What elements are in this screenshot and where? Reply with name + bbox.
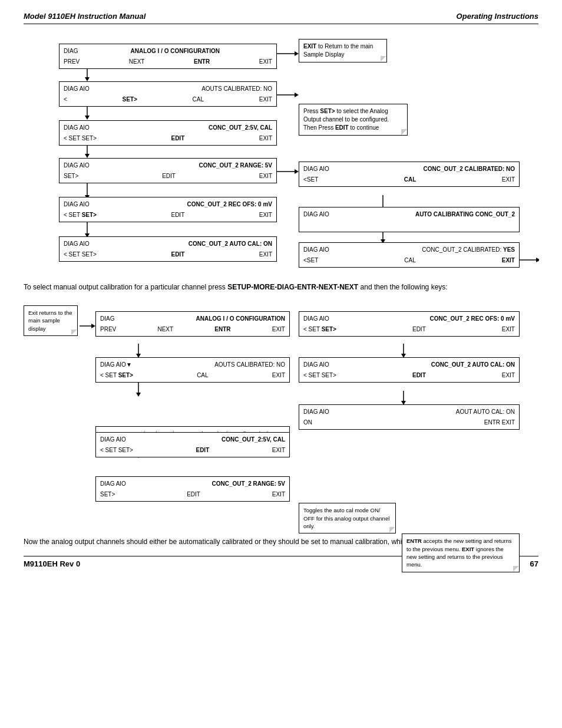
svg-marker-9: [85, 154, 90, 158]
callout-c2: Press SET> to select the Analog Output c…: [299, 104, 408, 136]
s7-diagaio: DIAG AIO: [303, 164, 329, 173]
b7-title: AOUT AUTO CAL: ON: [456, 407, 515, 416]
b2-set: < SET SET>: [100, 371, 133, 380]
s6-diagaio: DIAG AIO: [64, 239, 90, 248]
s1-prev: PREV: [64, 57, 80, 66]
s1-diag: DIAG: [64, 47, 78, 55]
svg-marker-15: [295, 169, 299, 174]
svg-marker-7: [295, 93, 299, 97]
b7-entr-exit: ENTR EXIT: [484, 418, 515, 427]
screen-b2: DIAG AIO▼ AOUTS CALIBRATED: NO < SET SET…: [95, 357, 290, 383]
s5-title: CONC_OUT_2 REC OFS: 0 mV: [187, 200, 272, 209]
s5-edit: EDIT: [171, 210, 184, 219]
s6-setset: < SET SET>: [64, 250, 97, 259]
screen-s6: DIAG AIO CONC_OUT_2 AUTO CAL: ON < SET S…: [59, 236, 277, 262]
s9-diagaio: DIAG AIO: [303, 245, 329, 254]
b6-set: < SET SET>: [303, 371, 336, 380]
callout-bc1: Exit returns to the main sample display: [24, 305, 78, 336]
screen-s4: DIAG AIO CONC_OUT_2 RANGE: 5V SET> EDIT …: [59, 158, 277, 183]
s4-title: CONC_OUT_2 RANGE: 5V: [199, 161, 272, 170]
s6-title: CONC_OUT_2 AUTO CAL: ON: [189, 239, 272, 248]
b3-edit: EDIT: [196, 446, 209, 454]
top-diagram: DIAG ANALOG I / O CONFIGURATION PREV NEX…: [24, 33, 539, 275]
screen-s2: DIAG AIO AOUTS CALIBRATED: NO < SET> CAL…: [59, 81, 277, 107]
screen-s8: DIAG AIO AUTO CALIBRATING CONC_OUT_2: [299, 207, 520, 232]
s4-exit: EXIT: [259, 172, 272, 180]
s7-title: CONC_OUT_2 CALIBRATED: NO: [424, 164, 515, 173]
s8-diagaio: DIAG AIO: [303, 210, 329, 219]
s6-edit: EDIT: [171, 250, 184, 259]
c1-text: EXIT to Return to the main Sample Displa…: [303, 43, 373, 58]
b3-title: CONC_OUT_2:5V, CAL: [222, 435, 285, 444]
para1: To select manual output calibration for …: [24, 282, 538, 292]
s1-exit: EXIT: [259, 57, 272, 66]
screen-s1: DIAG ANALOG I / O CONFIGURATION PREV NEX…: [59, 44, 277, 69]
b1-entr: ENTR: [214, 325, 230, 334]
b4-exit: EXIT: [272, 490, 285, 499]
b4-set: SET>: [100, 490, 115, 499]
screen-b4: DIAG AIO CONC_OUT_2 RANGE: 5V SET> EDIT …: [95, 476, 290, 502]
c2-text: Press SET> to select the Analog Output c…: [303, 108, 389, 131]
screen-s5: DIAG AIO CONC_OUT_2 REC OFS: 0 mV < SET …: [59, 197, 277, 222]
page: Model 9110EH Instruction Manual Operatin…: [0, 0, 562, 728]
b6-exit: EXIT: [502, 371, 515, 380]
footer-model: M9110EH Rev 0: [24, 559, 80, 568]
screen-b1: DIAG ANALOG I / O CONFIGURATION PREV NEX…: [95, 311, 290, 337]
callout-c1: EXIT to Return to the main Sample Displa…: [299, 39, 387, 62]
s1-entr: ENTR: [194, 57, 210, 66]
b2-diagaio: DIAG AIO▼: [100, 360, 132, 369]
b2-cal: CAL: [197, 371, 208, 380]
s9-cal: CAL: [404, 256, 415, 265]
b5-edit: EDIT: [412, 325, 426, 334]
s9-title: CONC_OUT_2 CALIBRATED: YES: [422, 245, 515, 254]
screen-b7: DIAG AIO AOUT AUTO CAL: ON ON ENTR EXIT: [299, 404, 520, 430]
b3-diagaio: DIAG AIO: [100, 435, 126, 444]
page-header: Model 9110EH Instruction Manual Operatin…: [24, 12, 538, 24]
s2-diagaio: DIAG AIO: [64, 84, 90, 93]
b4-diagaio: DIAG AIO: [100, 479, 126, 488]
b6-edit: EDIT: [412, 371, 426, 380]
screen-b5: DIAG AIO CONC_OUT_2 REC OFS: 0 mV < SET …: [299, 311, 520, 337]
b4-edit: EDIT: [187, 490, 200, 499]
header-title-right: Operating Instructions: [457, 12, 538, 21]
b4-title: CONC_OUT_2 RANGE: 5V: [212, 479, 285, 488]
s2-exit: EXIT: [259, 95, 272, 104]
s7-cal: CAL: [404, 175, 416, 184]
svg-marker-1: [85, 77, 90, 81]
s5-setset: < SET SET>: [64, 210, 97, 219]
s7-set: <SET: [303, 175, 318, 184]
s1-next: NEXT: [129, 57, 145, 66]
b5-title: CONC_OUT_2 REC OFS: 0 mV: [430, 314, 515, 323]
s6-exit: EXIT: [259, 250, 272, 259]
s9-set: <SET: [303, 256, 318, 265]
header-title-left: Model 9110EH Instruction Manual: [24, 12, 146, 21]
b7-diagaio: DIAG AIO: [303, 407, 329, 416]
b1-prev: PREV: [100, 325, 116, 334]
s4-edit: EDIT: [162, 172, 176, 180]
b2-exit: EXIT: [272, 371, 285, 380]
svg-marker-3: [295, 51, 299, 56]
b1-diag: DIAG: [100, 314, 114, 323]
svg-marker-27: [136, 393, 141, 397]
callout-bc4: ENTR accepts the new setting and returns…: [402, 533, 520, 572]
b2-aouts: AOUTS CALIBRATED: NO: [214, 360, 285, 369]
b7-on: ON: [303, 418, 312, 427]
s1-title: ANALOG I / O CONFIGURATION: [130, 47, 219, 55]
screen-b3: DIAG AIO CONC_OUT_2:5V, CAL < SET SET> E…: [95, 432, 290, 457]
s2-lt: <: [64, 95, 67, 104]
footer-page: 67: [530, 559, 538, 568]
s3-exit: EXIT: [259, 134, 272, 143]
svg-marker-23: [91, 324, 95, 328]
s2-cal: CAL: [193, 95, 204, 104]
b5-diagaio: DIAG AIO: [303, 314, 329, 323]
bc4-text: ENTR accepts the new setting and returns…: [406, 538, 512, 568]
bottom-diagram: Exit returns to the main sample display …: [24, 299, 539, 529]
b6-title: CONC_OUT_2 AUTO CAL: ON: [431, 360, 515, 369]
s3-edit: EDIT: [171, 134, 184, 143]
s4-set: SET>: [64, 172, 78, 180]
b3-exit: EXIT: [272, 446, 285, 454]
svg-marker-21: [536, 258, 539, 262]
s8-title: AUTO CALIBRATING CONC_OUT_2: [415, 210, 515, 219]
b3-set: < SET SET>: [100, 446, 133, 454]
s2-aouts: AOUTS CALIBRATED: NO: [201, 84, 272, 93]
